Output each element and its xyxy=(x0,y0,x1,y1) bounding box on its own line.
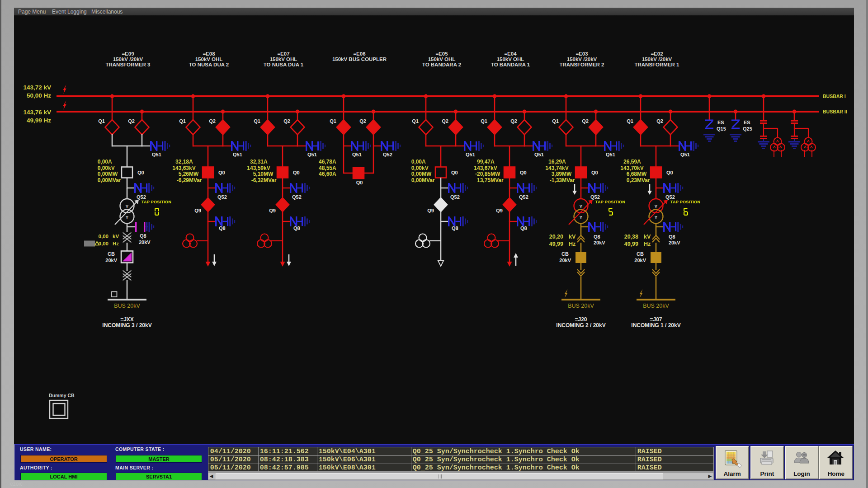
svg-text:-1,33: -1,33 xyxy=(550,177,562,183)
svg-text:Q2: Q2 xyxy=(442,118,448,124)
svg-text:ES: ES xyxy=(717,120,724,125)
svg-text:20,20: 20,20 xyxy=(549,234,563,240)
svg-text:A: A xyxy=(332,165,336,171)
svg-text:TO BANDARA 2: TO BANDARA 2 xyxy=(422,62,461,67)
svg-text:MW: MW xyxy=(562,171,572,177)
svg-text:Q8: Q8 xyxy=(293,225,300,231)
svg-text:3,89: 3,89 xyxy=(552,171,562,177)
svg-text:MVar: MVar xyxy=(491,177,504,183)
svg-text:Q8: Q8 xyxy=(669,234,675,239)
svg-text:99,47: 99,47 xyxy=(477,159,491,165)
svg-text:TAP POSITION: TAP POSITION xyxy=(670,200,700,204)
svg-text:49,99: 49,99 xyxy=(549,241,563,247)
svg-text:Q51: Q51 xyxy=(152,152,161,157)
svg-text:=E04: =E04 xyxy=(504,51,517,56)
svg-text:=E08: =E08 xyxy=(203,51,215,56)
svg-text:Q2: Q2 xyxy=(510,118,517,124)
svg-text:Q1: Q1 xyxy=(179,118,186,124)
svg-text:TO BANDARA 1: TO BANDARA 1 xyxy=(491,62,530,67)
svg-text:150kV OHL: 150kV OHL xyxy=(497,56,524,62)
svg-text:Q52: Q52 xyxy=(519,194,528,200)
svg-text:BUS 20kV: BUS 20kV xyxy=(568,303,594,309)
svg-text:Q8: Q8 xyxy=(140,233,146,239)
svg-text:-6,32: -6,32 xyxy=(251,177,264,183)
svg-text:Q1: Q1 xyxy=(330,118,336,124)
svg-text:MVar: MVar xyxy=(562,177,575,183)
svg-text:46,78: 46,78 xyxy=(319,159,332,165)
svg-text:150kV /20kV: 150kV /20kV xyxy=(642,56,672,62)
svg-text:kV: kV xyxy=(113,234,119,239)
svg-text:TAP POSITION: TAP POSITION xyxy=(595,200,625,204)
svg-text:Q52: Q52 xyxy=(383,152,392,157)
svg-text:150kV /20kV: 150kV /20kV xyxy=(113,56,143,62)
svg-text:Q0: Q0 xyxy=(137,170,144,175)
svg-text:Q2: Q2 xyxy=(582,118,589,124)
svg-text:Q52: Q52 xyxy=(217,194,227,200)
svg-text:A: A xyxy=(562,159,566,165)
svg-text:143,59: 143,59 xyxy=(247,165,264,171)
svg-text:INCOMING 1 / 20kV: INCOMING 1 / 20kV xyxy=(631,322,680,328)
svg-text:MVar: MVar xyxy=(637,177,650,183)
svg-text:BUS 20kV: BUS 20kV xyxy=(643,303,669,309)
svg-text:6,68: 6,68 xyxy=(627,171,637,177)
svg-text:TRANSFORMER 1: TRANSFORMER 1 xyxy=(634,62,679,67)
svg-text:Q51: Q51 xyxy=(233,152,242,157)
svg-text:Q2: Q2 xyxy=(359,118,366,124)
svg-text:32,18: 32,18 xyxy=(175,159,189,165)
svg-text:Q0: Q0 xyxy=(666,170,673,175)
svg-text:Hz: Hz xyxy=(644,241,651,247)
svg-text:Y: Y xyxy=(580,204,583,209)
svg-text:Q52: Q52 xyxy=(137,194,146,200)
svg-text:kV: kV xyxy=(569,234,576,240)
svg-text:0,00: 0,00 xyxy=(98,165,108,171)
svg-text:=E09: =E09 xyxy=(122,51,134,56)
svg-text:50,00 Hz: 50,00 Hz xyxy=(27,92,51,99)
svg-text:Q0: Q0 xyxy=(591,170,598,175)
svg-text:MW: MW xyxy=(264,171,274,177)
svg-text:143,70: 143,70 xyxy=(620,165,637,171)
svg-text:=E03: =E03 xyxy=(576,51,588,56)
svg-text:Q8: Q8 xyxy=(594,234,600,239)
svg-text:150kV OHL: 150kV OHL xyxy=(428,56,456,62)
svg-text:MW: MW xyxy=(637,171,647,177)
svg-text:Q2: Q2 xyxy=(209,118,216,124)
svg-text:Q2: Q2 xyxy=(283,118,290,124)
svg-text:0,23: 0,23 xyxy=(627,177,637,183)
svg-text:Q52: Q52 xyxy=(450,194,460,200)
svg-text:kV: kV xyxy=(108,165,115,171)
svg-text:Q0: Q0 xyxy=(520,170,527,175)
svg-text:Q9: Q9 xyxy=(269,208,276,213)
svg-text:MVar: MVar xyxy=(189,177,202,183)
svg-text:0,00: 0,00 xyxy=(411,159,422,165)
svg-text:Q1: Q1 xyxy=(552,118,559,124)
svg-text:=E05: =E05 xyxy=(435,51,448,56)
svg-text:kV: kV xyxy=(562,165,569,171)
svg-text:BUSBAR I: BUSBAR I xyxy=(823,94,846,99)
svg-text:Y: Y xyxy=(126,215,129,220)
svg-text:-6,29: -6,29 xyxy=(177,177,189,183)
svg-text:=E07: =E07 xyxy=(277,51,289,56)
svg-text:143,63: 143,63 xyxy=(172,165,189,171)
svg-text:Y: Y xyxy=(655,215,658,220)
svg-text:150kV /20kV: 150kV /20kV xyxy=(567,56,597,62)
svg-text:13,75: 13,75 xyxy=(477,177,491,183)
svg-text:143,76 kV: 143,76 kV xyxy=(23,109,51,116)
svg-text:Y: Y xyxy=(580,215,583,220)
svg-text:Q52: Q52 xyxy=(292,194,302,200)
svg-text:20kV: 20kV xyxy=(105,258,117,263)
svg-text:TRANSFORMER 2: TRANSFORMER 2 xyxy=(559,62,604,67)
svg-text:20kV: 20kV xyxy=(139,239,151,245)
svg-text:48,55: 48,55 xyxy=(319,165,332,171)
svg-text:49,99: 49,99 xyxy=(624,241,638,247)
svg-text:Q51: Q51 xyxy=(680,152,690,157)
svg-text:143,72 kV: 143,72 kV xyxy=(23,84,51,91)
svg-text:TRANSFORMER 3: TRANSFORMER 3 xyxy=(105,62,150,67)
svg-text:A: A xyxy=(332,171,336,177)
svg-text:CB: CB xyxy=(561,251,569,257)
svg-text:BUSBAR II: BUSBAR II xyxy=(823,109,847,114)
svg-text:=J20: =J20 xyxy=(575,316,587,323)
svg-text:150kV OHL: 150kV OHL xyxy=(195,56,223,62)
svg-text:kV: kV xyxy=(644,234,651,240)
svg-text:Q8: Q8 xyxy=(452,225,458,231)
svg-text:Hz: Hz xyxy=(569,241,576,247)
